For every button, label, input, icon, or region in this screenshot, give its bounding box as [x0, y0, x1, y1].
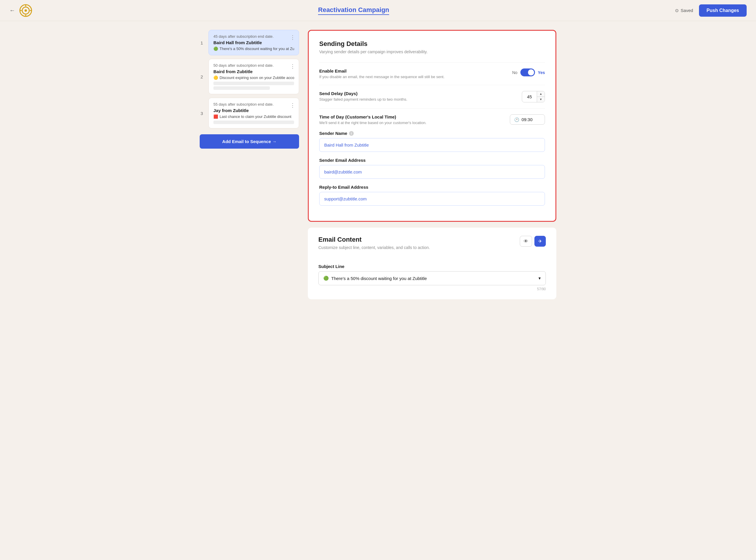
- time-of-day-label: Time of Day (Customer's Local Time): [319, 114, 426, 119]
- sequence-menu-button[interactable]: ⋮: [290, 102, 295, 108]
- seq-days: 45 days after subscription end date.: [213, 34, 294, 39]
- time-of-day-field-info: Time of Day (Customer's Local Time) We'l…: [319, 114, 426, 125]
- send-delay-row: Send Delay (Days) Stagger failed payment…: [319, 85, 545, 108]
- seq-preview: [213, 121, 294, 124]
- seq-preview: [213, 82, 294, 85]
- send-delay-down-arrow[interactable]: ▼: [537, 97, 545, 102]
- eye-icon: 👁: [524, 239, 528, 244]
- send-delay-value: 45: [522, 92, 537, 102]
- campaign-title: Reactivation Campaign: [318, 6, 389, 15]
- subject-line-select[interactable]: 🟢 There's a 50% discount waiting for you…: [318, 271, 546, 285]
- send-delay-desc: Stagger failed payment reminders up to t…: [319, 97, 407, 102]
- subject-select-left: 🟢 There's a 50% discount waiting for you…: [323, 276, 427, 281]
- main-content: 1 45 days after subscription end date. B…: [188, 21, 568, 308]
- sequence-number: 3: [201, 111, 203, 116]
- right-panel: Sending Details Varying sender details p…: [308, 30, 556, 299]
- email-content-title: Email Content: [318, 236, 430, 243]
- subject-status-dot: 🟢: [323, 276, 329, 281]
- sender-email-block: Sender Email Address: [319, 158, 545, 179]
- sequence-list: 1 45 days after subscription end date. B…: [200, 30, 299, 299]
- subject-dot-icon: 🟢: [213, 46, 218, 51]
- sender-name-label: Sender Name i: [319, 131, 545, 136]
- seq-sender-name: Baird Hall from Zubtitle: [213, 40, 294, 45]
- time-of-day-desc: We'll send it at the right time based on…: [319, 121, 426, 125]
- sending-details-title: Sending Details: [319, 40, 545, 48]
- subject-dot-icon: 🟥: [213, 114, 218, 119]
- send-delay-arrows: ▲ ▼: [537, 91, 545, 102]
- sender-name-input[interactable]: [319, 138, 545, 152]
- header-right: ⊙ Saved Push Changes: [675, 4, 747, 17]
- sequence-menu-button[interactable]: ⋮: [290, 34, 295, 41]
- time-of-day-row: Time of Day (Customer's Local Time) We'l…: [319, 108, 545, 131]
- sender-name-block: Sender Name i: [319, 131, 545, 152]
- subject-line-label: Subject Line: [318, 264, 546, 269]
- add-email-button[interactable]: Add Email to Sequence →: [200, 134, 299, 148]
- sequence-item[interactable]: 1 45 days after subscription end date. B…: [208, 30, 299, 55]
- page-count: 57/90: [318, 287, 546, 291]
- enable-email-field-info: Enable Email If you disable an email, th…: [319, 68, 445, 79]
- saved-checkmark-icon: ⊙: [675, 8, 679, 13]
- saved-label: Saved: [680, 8, 693, 13]
- send-delay-control: 45 ▲ ▼: [522, 91, 545, 102]
- email-content-actions: 👁 ✈: [520, 236, 546, 247]
- subject-dot-icon: 🟡: [213, 76, 218, 80]
- sequence-item[interactable]: 3 55 days after subscription end date. J…: [208, 98, 299, 128]
- subject-line-value: There's a 50% discount waiting for you a…: [331, 276, 427, 281]
- sending-details-subtitle: Varying sender details per campaign impr…: [319, 49, 545, 54]
- enable-email-row: Enable Email If you disable an email, th…: [319, 62, 545, 85]
- email-content-subtitle: Customize subject line, content, variabl…: [318, 245, 430, 250]
- enable-email-label: Enable Email: [319, 68, 445, 74]
- app-header: ← Reactivation Campaign ⊙ Saved Push Cha…: [0, 0, 756, 21]
- toggle-yes-label: Yes: [538, 70, 545, 75]
- reply-to-block: Reply-to Email Address: [319, 185, 545, 206]
- send-icon: ✈: [538, 238, 542, 244]
- preview-button[interactable]: 👁: [520, 236, 532, 247]
- sending-details-card: Sending Details Varying sender details p…: [308, 30, 556, 222]
- send-delay-input[interactable]: 45 ▲ ▼: [522, 91, 545, 102]
- sequence-item[interactable]: 2 50 days after subscription end date. B…: [208, 59, 299, 94]
- sequence-number: 2: [201, 74, 203, 79]
- sender-name-info-icon: i: [349, 131, 354, 136]
- subject-line-block: Subject Line 🟢 There's a 50% discount wa…: [318, 264, 546, 291]
- chevron-down-icon: ▾: [539, 276, 541, 281]
- send-delay-label: Send Delay (Days): [319, 91, 407, 96]
- sequence-menu-button[interactable]: ⋮: [290, 63, 295, 69]
- seq-sender-name: Baird from Zubtitle: [213, 69, 294, 74]
- time-of-day-input[interactable]: 🕐 09:30: [510, 114, 545, 125]
- seq-days: 50 days after subscription end date.: [213, 63, 294, 67]
- push-changes-button[interactable]: Push Changes: [699, 4, 747, 17]
- enable-email-desc: If you disable an email, the next messag…: [319, 75, 445, 79]
- seq-subject: 🟢 There's a 50% discount waiting for you…: [213, 46, 294, 51]
- enable-email-control: No Yes: [512, 68, 545, 76]
- saved-status: ⊙ Saved: [675, 8, 693, 13]
- email-content-header: Email Content Customize subject line, co…: [318, 236, 546, 258]
- toggle-thumb: [528, 69, 534, 76]
- header-center: Reactivation Campaign: [318, 6, 389, 15]
- subject-text: Last chance to claim your Zubtitle disco…: [219, 114, 292, 119]
- subject-text: There's a 50% discount waiting for you a…: [219, 46, 294, 51]
- sequence-number: 1: [201, 40, 203, 45]
- reply-to-input[interactable]: [319, 192, 545, 206]
- email-content-header-text: Email Content Customize subject line, co…: [318, 236, 430, 258]
- seq-preview-2: [213, 86, 270, 90]
- time-of-day-control: 🕐 09:30: [510, 114, 545, 125]
- logo-icon: [19, 4, 32, 17]
- time-value: 09:30: [522, 117, 533, 122]
- send-delay-up-arrow[interactable]: ▲: [537, 91, 545, 97]
- seq-sender-name: Jay from Zubtitle: [213, 108, 294, 113]
- back-button[interactable]: ←: [9, 7, 15, 14]
- send-button[interactable]: ✈: [534, 236, 546, 247]
- send-delay-field-info: Send Delay (Days) Stagger failed payment…: [319, 91, 407, 102]
- toggle-no-label: No: [512, 70, 518, 75]
- clock-icon: 🕐: [514, 117, 519, 122]
- email-content-card: Email Content Customize subject line, co…: [308, 228, 556, 299]
- seq-subject: 🟥 Last chance to claim your Zubtitle dis…: [213, 114, 294, 119]
- seq-days: 55 days after subscription end date.: [213, 102, 294, 106]
- sender-email-label: Sender Email Address: [319, 158, 545, 163]
- sender-email-input[interactable]: [319, 165, 545, 179]
- svg-point-2: [25, 9, 27, 12]
- subject-text: Discount expiring soon on your Zubtitle …: [219, 76, 294, 80]
- seq-subject: 🟡 Discount expiring soon on your Zubtitl…: [213, 76, 294, 80]
- enable-email-toggle[interactable]: [520, 68, 535, 76]
- header-left: ←: [9, 4, 32, 17]
